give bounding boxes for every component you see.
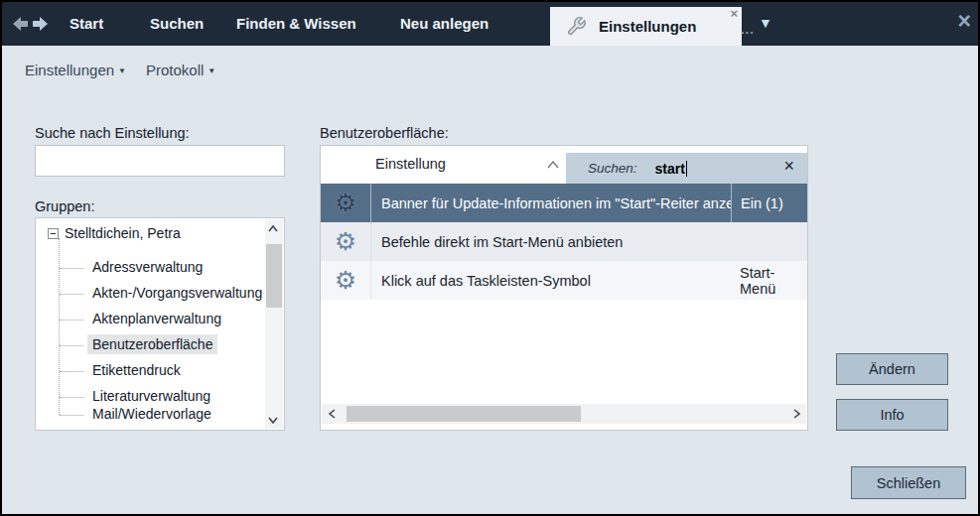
text-cursor — [686, 161, 687, 177]
tree-item-adressverwaltung[interactable]: Adressverwaltung — [87, 257, 208, 277]
menu-toolbar: Einstellungen ▼ Protokoll ▼ — [25, 62, 215, 78]
chevron-down-icon[interactable]: ▼ — [759, 15, 772, 31]
close-window-icon[interactable]: × — [958, 8, 971, 35]
table-search-label: Suchen: — [588, 161, 637, 176]
setting-name: Befehle direkt im Start-Menü anbieten — [371, 222, 731, 261]
gear-icon: ⚙ — [335, 191, 356, 215]
column-header-einstellung[interactable]: Einstellung — [375, 156, 446, 172]
scroll-down-icon[interactable] — [265, 412, 281, 428]
tree-item-etikettendruck[interactable]: Etikettendruck — [87, 360, 186, 380]
tree-line — [59, 238, 60, 415]
table-row-klick-taskleiste[interactable]: ⚙ Klick auf das Taskleisten-Symbol Start… — [321, 261, 807, 300]
wrench-icon — [566, 16, 587, 37]
tree-line — [60, 371, 83, 372]
setting-name: Klick auf das Taskleisten-Symbol — [371, 261, 731, 300]
tab-close-icon[interactable]: × — [730, 7, 738, 21]
tree-item-akten-vorgangsverwaltung[interactable]: Akten-/Vorgangsverwaltung — [87, 283, 267, 303]
scroll-right-icon[interactable] — [788, 406, 804, 422]
setting-value: Ein (1) — [731, 184, 807, 222]
tab-overflow-ellipsis[interactable]: ... — [741, 22, 755, 37]
groups-tree: Stelltdichein, Petra Adressverwaltung Ak… — [35, 217, 285, 431]
tree-line — [60, 320, 83, 321]
settings-table: Einstellung Suchen: start × ⚙ Banner für… — [320, 145, 808, 431]
menu-protokoll-label: Protokoll — [146, 62, 204, 78]
sort-asc-icon[interactable] — [547, 155, 559, 173]
top-tab-bar: Start Suchen Finden & Wissen Neu anlegen… — [2, 2, 978, 46]
tree-scrollbar[interactable] — [265, 219, 283, 429]
forward-arrow-icon[interactable] — [32, 16, 50, 32]
table-row-banner-update[interactable]: ⚙ Banner für Update-Informationen im "St… — [321, 184, 807, 222]
table-search-value[interactable]: start — [655, 161, 685, 177]
groups-label: Gruppen: — [35, 198, 94, 214]
setting-value — [731, 222, 807, 261]
tree-line — [60, 415, 83, 416]
clear-search-icon[interactable]: × — [783, 156, 794, 177]
info-button[interactable]: Info — [836, 399, 948, 431]
history-nav — [11, 16, 50, 32]
tab-start[interactable]: Start — [70, 2, 103, 46]
setting-name: Banner für Update-Informationen im "Star… — [371, 184, 731, 222]
tree-line — [60, 345, 83, 346]
collapse-icon[interactable] — [48, 228, 59, 239]
tree-item-mail-wiedervorlage[interactable]: Mail/Wiedervorlage — [87, 404, 216, 424]
tree-line — [60, 294, 83, 295]
tree-line — [60, 397, 83, 398]
scroll-up-icon[interactable] — [265, 220, 281, 236]
scrollbar-thumb[interactable] — [347, 406, 581, 422]
menu-protokoll[interactable]: Protokoll ▼ — [146, 62, 215, 78]
table-search-box[interactable]: Suchen: start × — [566, 153, 807, 184]
settings-window: Start Suchen Finden & Wissen Neu anlegen… — [0, 0, 980, 516]
menu-einstellungen-label: Einstellungen — [25, 62, 114, 78]
gear-icon: ⚙ — [335, 229, 356, 254]
back-arrow-icon[interactable] — [11, 16, 29, 32]
table-hscrollbar[interactable] — [322, 404, 806, 424]
search-setting-input[interactable] — [35, 145, 285, 177]
search-setting-label: Suche nach Einstellung: — [35, 125, 190, 141]
tree-root-label: Stelltdichein, Petra — [65, 225, 181, 241]
tree-item-literaturverwaltung[interactable]: Literaturverwaltung — [87, 386, 215, 406]
change-button[interactable]: Ändern — [836, 353, 948, 385]
tree-root-item[interactable]: Stelltdichein, Petra — [48, 225, 181, 241]
active-tab-label: Einstellungen — [599, 18, 696, 35]
setting-value: Start-Menü — [731, 261, 807, 300]
tab-einstellungen-active[interactable]: Einstellungen × — [550, 7, 742, 46]
scrollbar-thumb[interactable] — [266, 244, 282, 308]
gear-icon: ⚙ — [335, 268, 356, 293]
scroll-left-icon[interactable] — [324, 406, 340, 422]
tab-finden-wissen[interactable]: Finden & Wissen — [236, 2, 356, 46]
table-row-befehle-startmenu[interactable]: ⚙ Befehle direkt im Start-Menü anbieten — [321, 222, 807, 261]
settings-group-title: Benutzeroberfläche: — [320, 125, 449, 141]
tab-suchen[interactable]: Suchen — [150, 2, 204, 46]
menu-einstellungen[interactable]: Einstellungen ▼ — [25, 62, 126, 78]
tree-item-benutzeroberflaeche[interactable]: Benutzeroberfläche — [87, 334, 217, 354]
tree-item-aktenplanverwaltung[interactable]: Aktenplanverwaltung — [87, 309, 226, 328]
close-button[interactable]: Schließen — [851, 466, 966, 499]
tree-line — [60, 268, 83, 269]
tab-neu-anlegen[interactable]: Neu anlegen — [400, 2, 489, 46]
caret-down-icon: ▼ — [118, 64, 126, 75]
table-header[interactable]: Einstellung Suchen: start × — [321, 146, 807, 184]
caret-down-icon: ▼ — [208, 64, 215, 75]
